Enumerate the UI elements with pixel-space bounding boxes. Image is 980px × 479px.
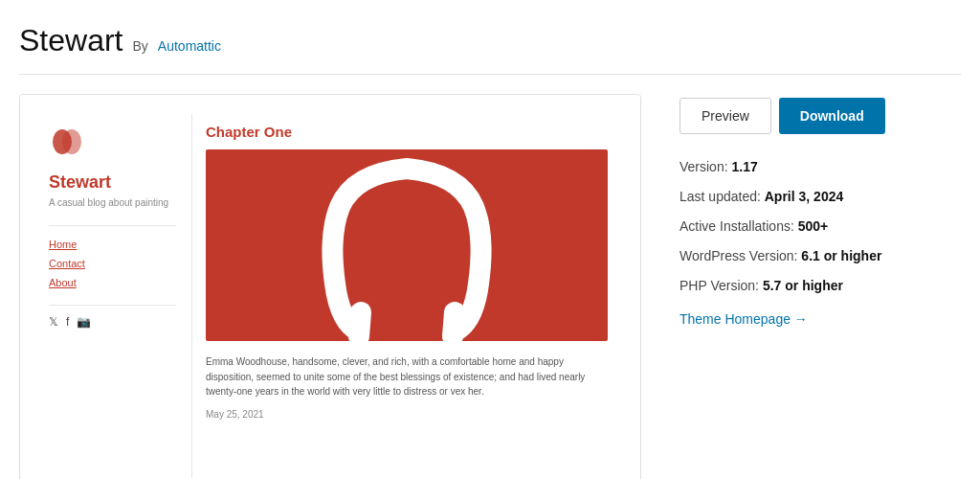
svg-point-1 (62, 129, 81, 154)
version-label: Version: (679, 159, 728, 174)
preview-sidebar: Stewart A casual blog about painting Hom… (39, 114, 192, 478)
painting-svg (206, 149, 608, 341)
version-row: Version: 1.17 (679, 157, 961, 177)
preview-chapter-title: Chapter One (206, 124, 608, 140)
wp-version-label: WordPress Version: (679, 248, 797, 263)
facebook-icon: f (66, 315, 69, 329)
theme-homepage-link[interactable]: Theme Homepage → (679, 311, 808, 327)
preview-site-title: Stewart (49, 172, 176, 193)
by-label: By (132, 38, 147, 54)
php-version-label: PHP Version: (679, 278, 759, 293)
author-link[interactable]: Automattic (158, 38, 221, 54)
wp-version-value: 6.1 or higher (801, 248, 881, 263)
preview-panel: Stewart A casual blog about painting Hom… (19, 94, 641, 479)
active-installs-label: Active Installations: (679, 218, 794, 234)
instagram-icon: 📷 (77, 315, 91, 329)
info-panel: Preview Download Version: 1.17 Last upda… (679, 94, 961, 327)
svg-line-2 (453, 312, 455, 336)
svg-line-3 (359, 312, 361, 336)
active-installs-value: 500+ (798, 218, 829, 234)
preview-main-content: Chapter One Emma Woodhouse, handsome, c (192, 114, 621, 478)
active-installs-row: Active Installations: 500+ (679, 217, 961, 237)
twitter-icon: 𝕏 (49, 315, 58, 329)
preview-tagline: A casual blog about painting (49, 196, 176, 210)
preview-social: 𝕏 f 📷 (49, 305, 176, 329)
wp-version-row: WordPress Version: 6.1 or higher (679, 246, 961, 266)
main-content: Stewart A casual blog about painting Hom… (19, 94, 961, 479)
nav-item-about[interactable]: About (49, 274, 176, 289)
download-button[interactable]: Download (779, 98, 885, 134)
php-version-row: PHP Version: 5.7 or higher (679, 276, 961, 296)
last-updated-value: April 3, 2024 (765, 189, 844, 204)
nav-item-contact[interactable]: Contact (49, 255, 176, 270)
preview-button[interactable]: Preview (679, 98, 771, 134)
theme-title: Stewart (19, 23, 122, 58)
theme-preview-inner: Stewart A casual blog about painting Hom… (20, 95, 640, 479)
theme-header: Stewart By Automattic (19, 23, 961, 75)
preview-nav: Home Contact About (49, 225, 176, 289)
last-updated-label: Last updated: (679, 189, 761, 204)
version-value: 1.17 (731, 159, 757, 174)
php-version-value: 5.7 or higher (763, 278, 843, 293)
preview-date: May 25, 2021 (206, 409, 608, 420)
last-updated-row: Last updated: April 3, 2024 (679, 187, 961, 207)
preview-logo-icon (49, 124, 85, 160)
preview-excerpt: Emma Woodhouse, handsome, clever, and ri… (206, 354, 608, 399)
button-row: Preview Download (679, 98, 961, 134)
nav-item-home[interactable]: Home (49, 236, 176, 251)
preview-image-block (206, 149, 608, 341)
